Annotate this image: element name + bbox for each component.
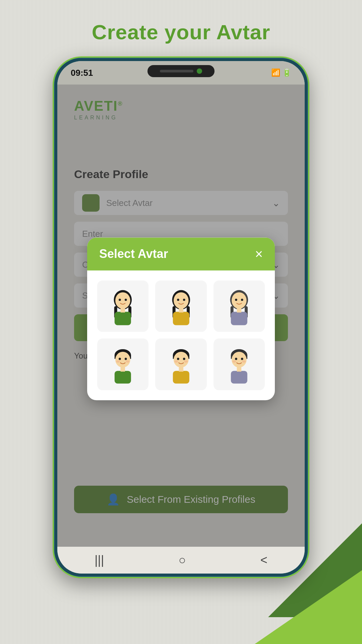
svg-point-44 — [232, 352, 247, 367]
svg-point-26 — [115, 352, 130, 367]
svg-point-5 — [125, 299, 127, 301]
avatar-boy-green[interactable] — [97, 339, 148, 390]
svg-rect-15 — [179, 307, 183, 313]
bottom-nav: ||| ○ < — [57, 547, 305, 574]
page-title: Create your Avtar — [92, 20, 270, 44]
nav-menu-button[interactable]: ||| — [95, 553, 104, 567]
modal-title: Select Avtar — [99, 247, 168, 261]
svg-point-48 — [242, 360, 246, 363]
svg-rect-40 — [173, 371, 189, 383]
avatar-girl-gray[interactable] — [214, 280, 265, 332]
svg-point-37 — [183, 358, 185, 360]
avatar-girl-yellow[interactable] — [155, 280, 206, 332]
avatar-boy-gray-svg — [219, 344, 260, 385]
modal-header: Select Avtar × — [87, 237, 275, 270]
svg-point-4 — [119, 299, 121, 301]
svg-point-46 — [241, 358, 243, 360]
svg-rect-14 — [173, 312, 189, 325]
avatar-girl-gray-svg — [219, 286, 260, 327]
svg-point-21 — [241, 299, 243, 301]
app-content: AVETI® LEARNING Create Profile Select Av… — [57, 85, 305, 547]
avatar-girl-yellow-svg — [161, 286, 202, 327]
phone-frame: 09:51 📶 🔋 AVETI® LEARNING — [54, 57, 308, 577]
svg-point-3 — [115, 292, 130, 309]
notch-area — [147, 65, 215, 77]
svg-point-27 — [119, 358, 121, 360]
bg-triangle-light — [255, 570, 362, 644]
svg-point-29 — [116, 360, 120, 363]
battery-icon: 🔋 — [282, 68, 291, 77]
svg-point-20 — [235, 299, 237, 301]
avatar-boy-gray[interactable] — [214, 339, 265, 390]
status-bar: 09:51 📶 🔋 — [57, 61, 305, 85]
svg-point-38 — [174, 360, 178, 363]
phone-screen: 09:51 📶 🔋 AVETI® LEARNING — [57, 61, 305, 574]
svg-point-11 — [174, 292, 189, 309]
svg-rect-22 — [231, 312, 247, 325]
svg-point-35 — [174, 352, 189, 367]
svg-rect-6 — [115, 312, 131, 325]
avatar-girl-green-svg — [102, 286, 143, 327]
svg-point-47 — [232, 360, 236, 363]
svg-rect-23 — [237, 307, 241, 313]
svg-point-12 — [177, 299, 179, 301]
svg-point-19 — [232, 292, 247, 309]
status-time: 09:51 — [71, 68, 93, 78]
svg-point-45 — [235, 358, 237, 360]
avatar-boy-green-svg — [102, 344, 143, 385]
avatar-boy-yellow[interactable] — [155, 339, 206, 390]
svg-rect-49 — [231, 371, 247, 383]
avatar-girl-green[interactable] — [97, 280, 148, 332]
modal-body — [87, 270, 275, 400]
svg-point-13 — [183, 299, 185, 301]
svg-rect-7 — [121, 307, 125, 313]
notch-pill — [160, 70, 193, 72]
svg-point-36 — [177, 358, 179, 360]
signal-icon: 📶 — [271, 68, 280, 77]
svg-rect-31 — [115, 371, 131, 383]
svg-point-28 — [125, 358, 127, 360]
svg-rect-32 — [121, 366, 125, 372]
svg-point-39 — [184, 360, 188, 363]
modal-close-button[interactable]: × — [255, 247, 263, 261]
nav-back-button[interactable]: < — [260, 553, 267, 567]
notch-dot — [197, 68, 202, 74]
status-icons: 📶 🔋 — [271, 68, 291, 77]
svg-rect-50 — [237, 366, 241, 372]
svg-rect-41 — [179, 366, 183, 372]
svg-point-30 — [126, 360, 130, 363]
select-avtar-modal: Select Avtar × — [87, 237, 275, 400]
nav-home-button[interactable]: ○ — [179, 553, 186, 567]
avatar-boy-yellow-svg — [161, 344, 202, 385]
